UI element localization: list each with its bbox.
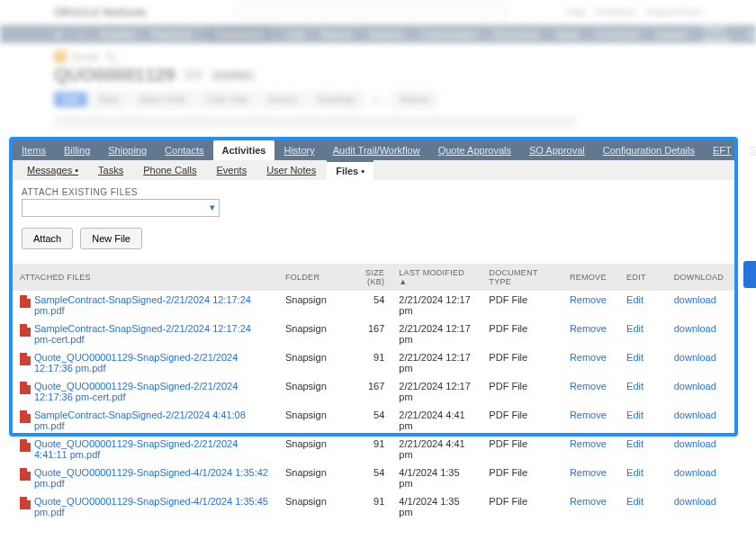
col-modified[interactable]: LAST MODIFIED ▲ bbox=[392, 264, 482, 291]
size-cell: 91 bbox=[345, 492, 392, 521]
download-link[interactable]: download bbox=[674, 438, 716, 449]
tab-shipping[interactable]: Shipping bbox=[99, 140, 156, 160]
col-attached[interactable]: ATTACHED FILES bbox=[13, 264, 278, 291]
table-row: SampleContract-SnapSigned-2/21/2024 12:1… bbox=[13, 320, 734, 348]
pdf-icon bbox=[20, 497, 31, 509]
feedback-link[interactable]: Feedback bbox=[596, 7, 635, 17]
remove-link[interactable]: Remove bbox=[570, 496, 607, 507]
edit-link[interactable]: Edit bbox=[626, 294, 644, 305]
type-cell: PDF File bbox=[482, 348, 562, 377]
help-link[interactable]: Help bbox=[567, 7, 586, 17]
edit-link[interactable]: Edit bbox=[626, 352, 644, 363]
size-cell: 54 bbox=[345, 464, 392, 492]
folder-cell: Snapsign bbox=[278, 291, 345, 320]
main-nav: ★⌂ Activities Payments Transactions List… bbox=[0, 25, 756, 43]
pdf-icon bbox=[20, 295, 31, 308]
search-input[interactable] bbox=[237, 4, 507, 21]
download-link[interactable]: download bbox=[674, 496, 716, 507]
download-link[interactable]: download bbox=[674, 410, 716, 420]
tab-so-approval[interactable]: SO Approval bbox=[520, 140, 594, 160]
attach-button[interactable]: Attach bbox=[22, 228, 73, 249]
attach-select[interactable] bbox=[22, 199, 220, 217]
file-link[interactable]: SampleContract-SnapSigned-2/21/2024 4:41… bbox=[34, 410, 271, 431]
quote-number: QUO00001129 bbox=[54, 65, 176, 86]
edit-link[interactable]: Edit bbox=[626, 496, 644, 507]
remove-link[interactable]: Remove bbox=[570, 294, 607, 305]
pdf-icon bbox=[20, 468, 31, 481]
folder-cell: Snapsign bbox=[278, 377, 345, 406]
pdf-icon bbox=[20, 439, 31, 452]
type-cell: PDF File bbox=[482, 320, 562, 348]
file-link[interactable]: Quote_QUO00001129-SnapSigned-2/21/2024 4… bbox=[34, 438, 271, 460]
date-cell: 4/1/2024 1:35 pm bbox=[392, 492, 482, 521]
remove-link[interactable]: Remove bbox=[570, 352, 607, 363]
col-download: DOWNLOAD bbox=[667, 264, 734, 291]
col-size[interactable]: SIZE (KB) bbox=[345, 264, 392, 291]
edit-link[interactable]: Edit bbox=[626, 438, 644, 449]
col-folder[interactable]: FOLDER bbox=[278, 264, 345, 291]
tab-quote-approvals[interactable]: Quote Approvals bbox=[429, 140, 520, 160]
download-link[interactable]: download bbox=[674, 352, 716, 363]
remove-link[interactable]: Remove bbox=[570, 467, 607, 478]
tab-snapsign[interactable]: SnapSign bbox=[741, 140, 756, 160]
status-badge: EXPIRED bbox=[210, 69, 256, 82]
col-remove: REMOVE bbox=[562, 264, 619, 291]
back-button[interactable]: Back bbox=[91, 91, 127, 108]
file-link[interactable]: SampleContract-SnapSigned-2/21/2024 12:1… bbox=[34, 294, 271, 316]
brand-logo: ORACLE NetSuite bbox=[54, 6, 147, 19]
type-cell: PDF File bbox=[482, 435, 562, 464]
remove-link[interactable]: Remove bbox=[570, 323, 607, 334]
file-link[interactable]: SampleContract-SnapSigned-2/21/2024 12:1… bbox=[34, 323, 271, 345]
remove-link[interactable]: Remove bbox=[570, 381, 607, 392]
folder-cell: Snapsign bbox=[278, 406, 345, 435]
size-cell: 167 bbox=[345, 320, 392, 348]
folder-cell: Snapsign bbox=[278, 464, 345, 492]
remove-link[interactable]: Remove bbox=[570, 410, 607, 420]
subtab-nav: Messages • Tasks Phone Calls Events User… bbox=[13, 160, 734, 180]
subtab-tasks[interactable]: Tasks bbox=[89, 161, 132, 179]
tab-items[interactable]: Items bbox=[13, 140, 55, 160]
file-link[interactable]: Quote_QUO00001129-SnapSigned-2/21/2024 1… bbox=[34, 352, 271, 374]
tab-billing[interactable]: Billing bbox=[55, 140, 99, 160]
tab-audit[interactable]: Audit Trail/Workflow bbox=[324, 140, 429, 160]
pdf-icon bbox=[20, 353, 31, 365]
tab-contacts[interactable]: Contacts bbox=[156, 140, 212, 160]
pdf-icon bbox=[20, 382, 31, 394]
download-link[interactable]: download bbox=[674, 381, 716, 392]
tab-eft[interactable]: EFT bbox=[704, 140, 741, 160]
edit-link[interactable]: Edit bbox=[626, 467, 644, 478]
remove-link[interactable]: Remove bbox=[570, 438, 607, 449]
subtab-files[interactable]: Files • bbox=[327, 160, 374, 180]
subtab-events[interactable]: Events bbox=[208, 161, 256, 179]
pdf-icon bbox=[20, 410, 31, 423]
type-cell: PDF File bbox=[482, 492, 562, 521]
type-cell: PDF File bbox=[482, 406, 562, 435]
download-link[interactable]: download bbox=[674, 323, 716, 334]
side-tab[interactable] bbox=[743, 261, 756, 288]
subtab-notes[interactable]: User Notes bbox=[257, 161, 325, 179]
subtab-phone[interactable]: Phone Calls bbox=[134, 161, 205, 179]
tab-config[interactable]: Configuration Details bbox=[594, 140, 704, 160]
file-link[interactable]: Quote_QUO00001129-SnapSigned-4/1/2024 1:… bbox=[34, 467, 271, 489]
download-link[interactable]: download bbox=[674, 467, 716, 478]
type-cell: PDF File bbox=[482, 377, 562, 406]
table-row: Quote_QUO00001129-SnapSigned-2/21/2024 1… bbox=[13, 348, 734, 377]
date-cell: 4/1/2024 1:35 pm bbox=[392, 464, 482, 492]
attach-label: ATTACH EXISTING FILES bbox=[22, 187, 725, 197]
file-link[interactable]: Quote_QUO00001129-SnapSigned-2/21/2024 1… bbox=[34, 381, 271, 402]
download-link[interactable]: download bbox=[674, 294, 716, 305]
edit-button[interactable]: Edit bbox=[54, 92, 87, 107]
edit-link[interactable]: Edit bbox=[626, 323, 644, 334]
tab-activities[interactable]: Activities bbox=[213, 140, 275, 160]
edit-link[interactable]: Edit bbox=[626, 381, 644, 392]
tab-history[interactable]: History bbox=[274, 140, 323, 160]
date-cell: 2/21/2024 12:17 pm bbox=[392, 377, 482, 406]
file-link[interactable]: Quote_QUO00001129-SnapSigned-4/1/2024 1:… bbox=[34, 496, 271, 518]
table-row: SampleContract-SnapSigned-2/21/2024 4:41… bbox=[13, 406, 734, 435]
size-cell: 54 bbox=[345, 291, 392, 320]
col-type[interactable]: DOCUMENT TYPE bbox=[482, 264, 562, 291]
files-table: ATTACHED FILES FOLDER SIZE (KB) LAST MOD… bbox=[13, 264, 734, 521]
subtab-messages[interactable]: Messages • bbox=[18, 161, 87, 179]
new-file-button[interactable]: New File bbox=[80, 228, 142, 249]
edit-link[interactable]: Edit bbox=[626, 410, 644, 420]
